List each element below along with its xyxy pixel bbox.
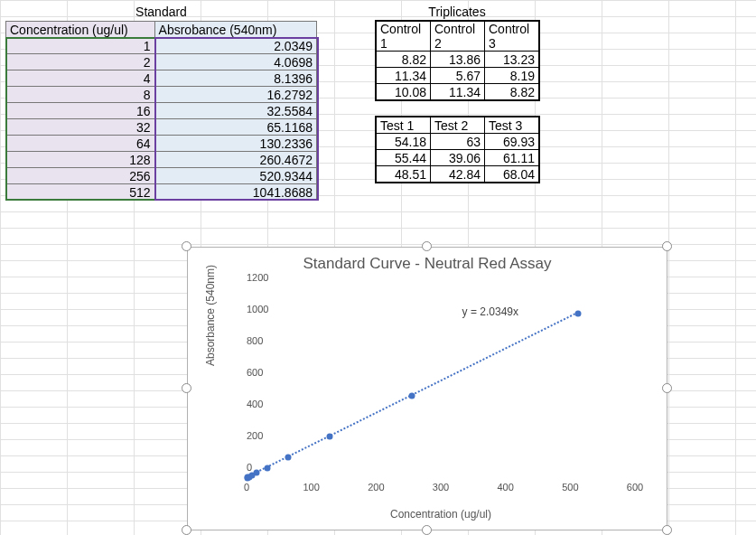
- control-cell[interactable]: 13.23: [485, 52, 539, 68]
- standard-header-abs[interactable]: Absrobance (540nm): [154, 22, 316, 38]
- control-cell[interactable]: 5.67: [431, 68, 485, 84]
- chart-resize-handle[interactable]: [662, 241, 672, 251]
- chart-object[interactable]: Standard Curve - Neutral Red Assay Absor…: [187, 247, 667, 530]
- standard-header-conc[interactable]: Concentration (ug/ul): [6, 22, 155, 38]
- chart-resize-handle[interactable]: [422, 241, 432, 251]
- test-cell[interactable]: 63: [431, 134, 485, 150]
- cell-absorbance[interactable]: 65.1168: [154, 119, 316, 136]
- chart-x-axis-label[interactable]: Concentration (ug/ul): [247, 508, 635, 521]
- control-cell[interactable]: 8.19: [485, 68, 539, 84]
- control-cell[interactable]: 8.82: [377, 52, 431, 68]
- chart-data-point[interactable]: [285, 455, 291, 461]
- test-table[interactable]: Test 1Test 2Test 3 54.186369.9355.4439.0…: [376, 117, 539, 183]
- cell-concentration[interactable]: 128: [6, 152, 155, 168]
- chart-resize-handle[interactable]: [422, 525, 432, 535]
- test-cell[interactable]: 69.93: [485, 134, 539, 150]
- chart-y-axis-label[interactable]: Absorbance (540nm): [204, 248, 217, 383]
- control-header[interactable]: Control 3: [485, 22, 539, 52]
- table-row[interactable]: 816.2792: [6, 87, 317, 103]
- chart-resize-handle[interactable]: [182, 383, 191, 393]
- table-row[interactable]: 48.5142.8468.04: [377, 166, 539, 183]
- table-row[interactable]: 1632.5584: [6, 103, 317, 119]
- table-row[interactable]: 8.8213.8613.23: [377, 52, 539, 68]
- triplicates-region: Triplicates Control 1Control 2Control 3 …: [376, 5, 539, 193]
- table-row[interactable]: 54.186369.93: [377, 134, 539, 150]
- chart-data-point[interactable]: [264, 465, 270, 471]
- chart-resize-handle[interactable]: [182, 241, 191, 251]
- control-header[interactable]: Control 1: [377, 22, 431, 52]
- cell-absorbance[interactable]: 8.1396: [154, 70, 316, 87]
- chart-resize-handle[interactable]: [662, 383, 672, 393]
- cell-concentration[interactable]: 16: [6, 103, 155, 119]
- chart-plot-area[interactable]: 0200400600800100012000100200300400500600…: [247, 288, 635, 478]
- test-header[interactable]: Test 1: [377, 117, 431, 134]
- chart-data-point[interactable]: [574, 310, 581, 316]
- cell-concentration[interactable]: 256: [6, 168, 155, 184]
- cell-concentration[interactable]: 8: [6, 87, 155, 103]
- table-row[interactable]: 12.0349: [6, 38, 317, 54]
- chart-resize-handle[interactable]: [182, 525, 191, 535]
- test-header[interactable]: Test 2: [431, 117, 485, 134]
- chart-resize-handle[interactable]: [662, 525, 672, 535]
- control-cell[interactable]: 8.82: [485, 84, 539, 100]
- table-row[interactable]: 48.1396: [6, 70, 317, 87]
- control-table[interactable]: Control 1Control 2Control 3 8.8213.8613.…: [376, 21, 539, 100]
- cell-concentration[interactable]: 2: [6, 54, 155, 70]
- cell-concentration[interactable]: 64: [6, 136, 155, 152]
- cell-concentration[interactable]: 1: [6, 38, 155, 54]
- table-row[interactable]: 55.4439.0661.11: [377, 150, 539, 166]
- cell-absorbance[interactable]: 260.4672: [154, 152, 316, 168]
- control-header[interactable]: Control 2: [431, 22, 485, 52]
- chart-data-point[interactable]: [326, 434, 332, 440]
- cell-concentration[interactable]: 512: [6, 184, 155, 201]
- chart-data-point[interactable]: [254, 470, 260, 476]
- control-cell[interactable]: 11.34: [377, 68, 431, 84]
- control-cell[interactable]: 13.86: [431, 52, 485, 68]
- cell-absorbance[interactable]: 16.2792: [154, 87, 316, 103]
- cell-concentration[interactable]: 32: [6, 119, 155, 136]
- table-row[interactable]: 11.345.678.19: [377, 68, 539, 84]
- test-cell[interactable]: 61.11: [485, 150, 539, 166]
- triplicates-title: Triplicates: [376, 5, 538, 21]
- test-header[interactable]: Test 3: [485, 117, 539, 134]
- cell-absorbance[interactable]: 520.9344: [154, 168, 316, 184]
- control-cell[interactable]: 10.08: [377, 84, 431, 100]
- table-row[interactable]: 5121041.8688: [6, 184, 317, 201]
- cell-concentration[interactable]: 4: [6, 70, 155, 87]
- test-cell[interactable]: 39.06: [431, 150, 485, 166]
- standard-table[interactable]: Concentration (ug/ul) Absrobance (540nm)…: [5, 21, 317, 201]
- test-cell[interactable]: 48.51: [377, 166, 431, 183]
- table-row[interactable]: 3265.1168: [6, 119, 317, 136]
- test-cell[interactable]: 55.44: [377, 150, 431, 166]
- standard-table-region: Standard Concentration (ug/ul) Absrobanc…: [5, 5, 317, 201]
- test-cell[interactable]: 42.84: [431, 166, 485, 183]
- cell-absorbance[interactable]: 32.5584: [154, 103, 316, 119]
- trendline-equation[interactable]: y = 2.0349x: [462, 305, 518, 318]
- chart-title[interactable]: Standard Curve - Neutral Red Assay: [188, 255, 667, 273]
- standard-title: Standard: [5, 5, 317, 21]
- control-cell[interactable]: 11.34: [431, 84, 485, 100]
- cell-absorbance[interactable]: 4.0698: [154, 54, 316, 70]
- table-row[interactable]: 64130.2336: [6, 136, 317, 152]
- table-row[interactable]: 256520.9344: [6, 168, 317, 184]
- cell-absorbance[interactable]: 130.2336: [154, 136, 316, 152]
- cell-absorbance[interactable]: 1041.8688: [154, 184, 316, 201]
- test-cell[interactable]: 68.04: [485, 166, 539, 183]
- cell-absorbance[interactable]: 2.0349: [154, 38, 316, 54]
- chart-data-point[interactable]: [409, 392, 415, 399]
- test-cell[interactable]: 54.18: [377, 134, 431, 150]
- table-row[interactable]: 10.0811.348.82: [377, 84, 539, 100]
- table-row[interactable]: 24.0698: [6, 54, 317, 70]
- table-row[interactable]: 128260.4672: [6, 152, 317, 168]
